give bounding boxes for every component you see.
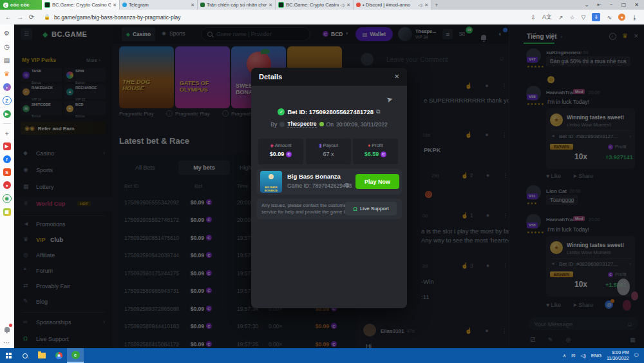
tab-close-icon[interactable]: ✕ — [269, 3, 272, 8]
tab-close-icon[interactable]: ✕ — [191, 3, 194, 8]
speaker-icon[interactable]: ◁) — [419, 3, 423, 7]
reading-list-icon[interactable]: ▤ — [3, 56, 11, 64]
save-page-icon[interactable]: ⇩ — [531, 14, 536, 21]
address-bar[interactable]: bc.game/game/big-bass-bonanza-by-pragmat… — [54, 14, 181, 21]
bcgame-favicon — [278, 2, 284, 8]
headset-icon: Ω — [353, 206, 357, 212]
bettor-avatar — [279, 122, 285, 127]
messenger-icon[interactable]: ◗ — [3, 83, 11, 91]
bettor-link[interactable]: Thespectre — [287, 121, 316, 128]
discord-favicon — [356, 3, 361, 7]
bcgame-page: ☰ ◆ BC.GAME My VIP Perks More › ◎ TASKBo… — [14, 25, 644, 348]
taskbar-clock[interactable]: 8:00 PM11/30/2022 — [607, 350, 629, 361]
game-thumbnail[interactable]: BIG BASS BONANZA — [260, 171, 282, 193]
pin-icon[interactable]: ⇤ — [597, 2, 601, 8]
browser-tab-bar: c cốc cốc BC.Game: Crypto Casino Gam ✕ T… — [0, 0, 644, 10]
tab-bcgame-1[interactable]: BC.Game: Crypto Casino Gam ✕ — [42, 0, 120, 10]
facebook-icon[interactable]: f — [3, 155, 11, 163]
windows-taskbar: c ∧ ⊡ ◁) ENG 8:00 PM11/30/2022 🗩 — [0, 348, 644, 363]
verified-check-icon: ✓ — [278, 108, 285, 115]
modal-close-icon[interactable]: ✕ — [394, 73, 399, 80]
crown-bookmark-icon[interactable]: ♛ — [3, 70, 11, 78]
tab-bcgame-2[interactable]: BC.Game: Crypto Casino ◁) ✕ — [276, 0, 354, 10]
share-icon[interactable]: ➤ — [385, 94, 393, 104]
minimize-button[interactable]: − — [610, 2, 613, 8]
shopee-icon[interactable]: S — [3, 168, 11, 176]
red-app-icon[interactable]: ● — [3, 181, 11, 189]
game-favicon — [200, 3, 205, 7]
modal-header: Details ✕ — [251, 68, 407, 86]
start-button[interactable] — [0, 348, 17, 363]
screen: c cốc cốc BC.Game: Crypto Casino Gam ✕ T… — [0, 0, 644, 363]
taskbar-search-icon[interactable] — [17, 348, 33, 363]
coccoc-logo-icon: c — [3, 3, 8, 8]
browser-side-strip: ⚙ ◷ ▤ ♛ ◗ Z ▶ ＋ ▶ f S ● ◉ ▦ ⋯ — [0, 25, 14, 348]
frog-emoji-icon — [319, 122, 324, 126]
more-options-icon[interactable]: ⋯ — [3, 338, 11, 347]
support-note-card: Any issues, please contact the customer … — [256, 199, 402, 219]
downloads-tray-icon[interactable]: ⭳ — [632, 14, 638, 21]
forward-button[interactable]: → — [14, 14, 26, 21]
browser-toolbar: ← → ⟳ 🔒 bc.game/game/big-bass-bonanza-by… — [0, 10, 644, 25]
chrome-icon[interactable] — [50, 348, 67, 363]
action-center-icon[interactable]: 🗩 — [634, 353, 639, 358]
lock-icon[interactable]: 🔒 — [44, 14, 50, 20]
add-shortcut-icon[interactable]: ＋ — [3, 129, 11, 137]
history-icon[interactable]: ◷ — [3, 43, 11, 51]
game-name: Big Bass Bonanza — [287, 173, 341, 180]
pixel-game-icon[interactable]: ▦ — [3, 208, 11, 216]
translate-icon[interactable]: A文 — [542, 13, 552, 21]
bet-details-modal: Details ✕ ➤ ✓ Bet ID: 175092805562748172… — [251, 68, 407, 308]
game-id: Game ID: 7897942629413 — [287, 182, 352, 189]
reload-button[interactable]: ⟳ — [26, 14, 37, 21]
stat-amount: ◈ Amount $0.09C — [258, 139, 303, 164]
soccer-icon[interactable]: ◉ — [3, 194, 12, 203]
zalo-icon[interactable]: Z — [3, 96, 12, 105]
bcgame-favicon — [44, 2, 50, 8]
file-explorer-icon[interactable] — [33, 348, 50, 363]
tab-close-icon[interactable]: ✕ — [113, 3, 117, 8]
speaker-icon[interactable]: ◁) — [341, 3, 345, 7]
new-tab-button[interactable]: + — [431, 0, 442, 10]
maximize-button[interactable]: ▢ — [621, 2, 627, 8]
live-support-button[interactable]: Ω Live Support — [345, 202, 397, 215]
close-button[interactable]: ✕ — [634, 2, 639, 8]
notifications-bell-icon[interactable] — [3, 325, 11, 333]
bet-datetime: 20:00:09, 30/11/2022 — [336, 121, 388, 128]
download-manager-icon[interactable]: ⇓ — [592, 13, 600, 21]
coccoc-brand[interactable]: c cốc cốc — [0, 0, 42, 10]
payout-icon: ▮ — [319, 142, 321, 148]
coccoc-taskbar-icon[interactable]: c — [67, 348, 84, 363]
tab-telegram[interactable]: Telegram ✕ — [120, 0, 198, 10]
bookmark-star-icon[interactable]: ☆ — [569, 14, 574, 21]
display-icon[interactable]: ⊡ — [571, 353, 575, 358]
language-indicator[interactable]: ENG — [591, 353, 601, 358]
brand-label: cốc cốc — [10, 2, 30, 8]
gamepad-icon[interactable]: ▶ — [3, 110, 11, 118]
bet-id-value: 1750928055627481728 — [309, 108, 374, 115]
volume-icon[interactable]: ◁) — [580, 353, 585, 358]
back-button[interactable]: ← — [3, 14, 14, 21]
copy-icon[interactable]: ⧉ — [345, 182, 349, 189]
share-icon[interactable]: ↗ — [558, 14, 564, 21]
profit-icon: ♦ — [368, 142, 370, 148]
coin-icon: C — [381, 152, 386, 157]
adblock-shield-icon[interactable]: ▽ — [582, 14, 586, 21]
tab-tran-chien[interactable]: Trận chiến cấp số nhân chơi ✕ — [198, 0, 276, 10]
fisherman-graphic — [269, 174, 274, 179]
tab-close-icon[interactable]: ✕ — [424, 3, 428, 8]
bet-id-row: ✓ Bet ID: 1750928055627481728 ⧉ — [251, 108, 407, 115]
profile-avatar[interactable]: ● — [618, 14, 625, 21]
sync-icon[interactable]: ∿ — [607, 14, 612, 21]
tab-discord[interactable]: • Discord | #mod-anno ◁) ✕ — [354, 0, 431, 10]
stat-profit: ♦ Profit $6.59C — [353, 139, 398, 164]
youtube-icon[interactable]: ▶ — [3, 142, 11, 150]
hidden-icons-chevron[interactable]: ∧ — [563, 353, 567, 358]
copy-icon[interactable]: ⧉ — [376, 108, 380, 115]
tab-search-icon[interactable]: ⌄ — [585, 2, 589, 8]
stat-payout: ▮ Payout 67 x — [306, 139, 351, 164]
bettor-row: By Thespectre On 20:00:09, 30/11/2022 — [251, 121, 407, 128]
tab-close-icon[interactable]: ✕ — [346, 3, 350, 8]
settings-gear-icon[interactable]: ⚙ — [3, 29, 11, 37]
play-now-button[interactable]: Play Now — [355, 174, 399, 189]
